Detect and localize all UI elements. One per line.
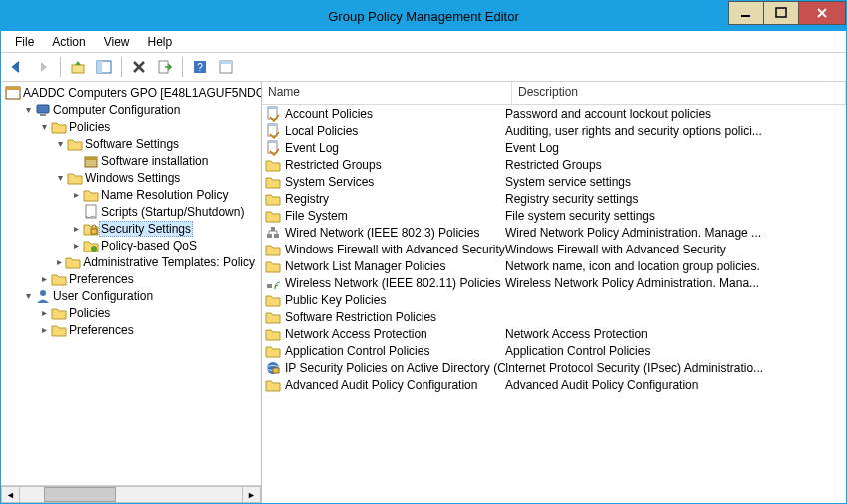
scroll-track[interactable] — [20, 486, 242, 503]
titlebar[interactable]: Group Policy Management Editor — [1, 1, 846, 31]
svg-rect-26 — [267, 234, 272, 238]
folder-icon — [51, 305, 67, 321]
list-item[interactable]: Software Restriction Policies — [262, 308, 846, 325]
window-title: Group Policy Management Editor — [1, 9, 846, 24]
list-item-description: Internet Protocol Security (IPsec) Admin… — [505, 361, 846, 375]
menubar: File Action View Help — [1, 31, 846, 53]
show-hide-tree-button[interactable] — [92, 55, 116, 79]
tree-item-label: Administrative Templates: Policy — [81, 255, 257, 269]
forward-button[interactable] — [31, 55, 55, 79]
export-button[interactable] — [153, 55, 177, 79]
list-item[interactable]: Event LogEvent Log — [262, 139, 846, 156]
expander-open-icon[interactable]: ▾ — [21, 290, 35, 301]
list-item[interactable]: Advanced Audit Policy ConfigurationAdvan… — [262, 376, 846, 393]
tree-item[interactable]: ▸Preferences — [1, 321, 261, 338]
tree-item[interactable]: Software installation — [1, 152, 261, 169]
package-icon — [83, 153, 99, 169]
body-panes: AADDC Computers GPO [E48L1AGUF5NDC▾Compu… — [1, 82, 846, 503]
expander-open-icon[interactable]: ▾ — [53, 138, 67, 149]
menu-view[interactable]: View — [96, 33, 138, 51]
list-item-description: Restricted Groups — [505, 158, 846, 172]
scroll-left-button[interactable]: ◄ — [1, 486, 20, 503]
tree-horizontal-scrollbar[interactable]: ◄ ► — [1, 485, 261, 503]
list-item[interactable]: File SystemFile system security settings — [262, 207, 846, 224]
list-item[interactable]: Wireless Network (IEEE 802.11) PoliciesW… — [262, 274, 846, 291]
list-item-name: Account Policies — [285, 107, 373, 121]
tree-item[interactable]: ▸Policies — [1, 304, 261, 321]
svg-rect-21 — [268, 107, 277, 109]
list-item[interactable]: RegistryRegistry security settings — [262, 190, 846, 207]
properties-button[interactable] — [214, 55, 238, 79]
expander-closed-icon[interactable]: ▸ — [37, 324, 51, 335]
tree-item[interactable]: ▸Policy-based QoS — [1, 237, 261, 253]
column-header-description[interactable]: Description — [512, 82, 846, 104]
tree-item[interactable]: ▾User Configuration — [1, 287, 261, 304]
menu-action[interactable]: Action — [44, 33, 93, 51]
list-item-name: Network Access Protection — [285, 327, 427, 341]
folder-icon — [265, 258, 281, 274]
maximize-button[interactable] — [763, 1, 799, 25]
list-item[interactable]: Network Access ProtectionNetwork Access … — [262, 325, 846, 342]
expander-closed-icon[interactable]: ▸ — [69, 189, 83, 200]
list-item[interactable]: Public Key Policies — [262, 291, 846, 308]
list-item-description: System service settings — [505, 175, 846, 189]
scroll-right-button[interactable]: ► — [242, 486, 261, 503]
tree-item-label: Policies — [67, 120, 112, 134]
list-body[interactable]: Account PoliciesPassword and account loc… — [262, 105, 846, 503]
expander-open-icon[interactable]: ▾ — [53, 172, 67, 183]
tree-item[interactable]: AADDC Computers GPO [E48L1AGUF5NDC — [1, 84, 261, 101]
tree-item[interactable]: ▾Windows Settings — [1, 169, 261, 186]
tree-item[interactable]: ▸Name Resolution Policy — [1, 186, 261, 203]
tree-item[interactable]: ▾Software Settings — [1, 135, 261, 152]
help-button[interactable]: ? — [188, 55, 212, 79]
tree-item-label: AADDC Computers GPO [E48L1AGUF5NDC — [21, 86, 261, 100]
tree-item-label: Software Settings — [83, 137, 181, 151]
tree-item[interactable]: ▸Preferences — [1, 270, 261, 287]
expander-open-icon[interactable]: ▾ — [37, 121, 51, 132]
list-pane: Name Description Account PoliciesPasswor… — [262, 82, 846, 503]
list-item-name: Software Restriction Policies — [285, 310, 436, 324]
list-item-name: Wireless Network (IEEE 802.11) Policies — [285, 276, 501, 290]
tree-pane: AADDC Computers GPO [E48L1AGUF5NDC▾Compu… — [1, 82, 262, 503]
list-item-description: File system security settings — [505, 209, 846, 223]
svg-text:?: ? — [197, 62, 203, 73]
up-button[interactable] — [66, 55, 90, 79]
list-item[interactable]: Application Control PoliciesApplication … — [262, 342, 846, 359]
tree-item[interactable]: Scripts (Startup/Shutdown) — [1, 203, 261, 220]
expander-open-icon[interactable]: ▾ — [21, 104, 35, 115]
minimize-button[interactable] — [728, 1, 764, 25]
tree-item[interactable]: ▾Policies — [1, 118, 261, 135]
list-item[interactable]: Wired Network (IEEE 802.3) PoliciesWired… — [262, 224, 846, 241]
list-item[interactable]: Account PoliciesPassword and account loc… — [262, 105, 846, 122]
svg-rect-17 — [91, 229, 97, 234]
list-item[interactable]: IP Security Policies on Active Directory… — [262, 359, 846, 376]
user-icon — [35, 288, 51, 304]
expander-closed-icon[interactable]: ▸ — [69, 240, 83, 251]
window-buttons — [729, 1, 846, 23]
folder-icon — [265, 208, 281, 224]
menu-help[interactable]: Help — [140, 33, 181, 51]
tree-item[interactable]: ▸Administrative Templates: Policy — [1, 253, 261, 270]
script-icon — [83, 204, 99, 220]
tree-item[interactable]: ▸Security Settings — [1, 220, 261, 237]
expander-closed-icon[interactable]: ▸ — [69, 223, 83, 234]
close-button[interactable] — [798, 1, 846, 25]
list-item-name: Network List Manager Policies — [285, 259, 445, 273]
scroll-thumb[interactable] — [44, 487, 116, 502]
list-item[interactable]: Windows Firewall with Advanced SecurityW… — [262, 241, 846, 257]
tree-item[interactable]: ▾Computer Configuration — [1, 101, 261, 118]
tree-item-label: Preferences — [67, 272, 136, 286]
expander-closed-icon[interactable]: ▸ — [37, 273, 51, 284]
list-item[interactable]: Local PoliciesAuditing, user rights and … — [262, 122, 846, 139]
expander-closed-icon[interactable]: ▸ — [53, 256, 65, 267]
list-item[interactable]: Network List Manager PoliciesNetwork nam… — [262, 257, 846, 274]
back-button[interactable] — [5, 55, 29, 79]
expander-closed-icon[interactable]: ▸ — [37, 307, 51, 318]
tree[interactable]: AADDC Computers GPO [E48L1AGUF5NDC▾Compu… — [1, 82, 261, 485]
list-item[interactable]: System ServicesSystem service settings — [262, 173, 846, 190]
column-header-name[interactable]: Name — [262, 82, 512, 104]
folder-icon — [51, 271, 67, 287]
list-item[interactable]: Restricted GroupsRestricted Groups — [262, 156, 846, 173]
delete-button[interactable] — [127, 55, 151, 79]
menu-file[interactable]: File — [7, 33, 42, 51]
